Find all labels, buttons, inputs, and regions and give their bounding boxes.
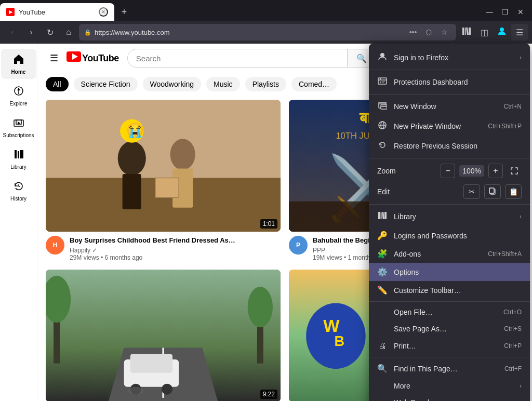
filter-music[interactable]: Music (206, 77, 240, 91)
more-options-button[interactable]: ••• (406, 25, 420, 39)
youtube-sidebar: Home Explore Subscriptions Library Histo… (0, 44, 37, 401)
paste-button[interactable]: 📋 (505, 184, 522, 199)
svg-point-4 (500, 28, 504, 32)
library-menu-label: Library (394, 212, 513, 221)
close-button[interactable]: ✕ (513, 5, 528, 19)
video-1-details: Boy Surprises Childhood Best Friend Dres… (70, 236, 281, 261)
new-window-label: New Window (394, 102, 498, 111)
youtube-logo: YouTube (66, 51, 119, 65)
home-button[interactable]: ⌂ (60, 24, 77, 41)
svg-point-60 (380, 53, 384, 57)
library-button[interactable] (458, 24, 475, 41)
video-card-3[interactable]: 9:22 🚔 Intense High Speed Sheriff Pursui… (46, 270, 281, 401)
tab-close-button[interactable]: × (99, 7, 108, 17)
menu-section-windows: New Window Ctrl+N New Private Window Ctr… (369, 95, 530, 158)
filter-science-fiction[interactable]: Science Fiction (74, 77, 138, 91)
menu-item-addons[interactable]: 🧩 Add-ons Ctrl+Shift+A (369, 245, 530, 263)
menu-item-web-developer[interactable]: Web Developer › (369, 394, 530, 401)
filter-comedy[interactable]: Comed… (291, 77, 337, 91)
svg-rect-69 (381, 105, 387, 109)
menu-section-library: Library › 🔑 Logins and Passwords 🧩 Add-o… (369, 205, 530, 302)
logins-icon: 🔑 (377, 231, 388, 240)
video-1-meta: 29M views • 6 months ago (70, 254, 281, 261)
video-card-1[interactable]: 😭 1:01 H Boy Surprises Childhood Best Fr… (46, 100, 281, 261)
pocket-button[interactable]: ⬡ (422, 25, 435, 39)
addons-shortcut: Ctrl+Shift+A (488, 250, 522, 258)
video-2-avatar: P (289, 236, 308, 255)
filter-playlists[interactable]: Playlists (245, 77, 286, 91)
menu-item-private-window[interactable]: New Private Window Ctrl+Shift+P (369, 116, 530, 136)
youtube-logo-icon (66, 51, 81, 65)
history-icon (13, 180, 24, 194)
sidebar-item-home[interactable]: Home (1, 49, 36, 79)
new-window-icon (377, 101, 388, 112)
web-developer-arrow: › (520, 399, 522, 401)
account-button[interactable] (494, 24, 510, 41)
zoom-out-button[interactable]: − (441, 164, 455, 178)
customize-icon: ✏️ (377, 285, 388, 295)
menu-item-more[interactable]: More › (369, 378, 530, 394)
copy-button[interactable] (484, 184, 501, 199)
menu-item-logins[interactable]: 🔑 Logins and Passwords (369, 226, 530, 245)
navigation-bar: ‹ › ↻ ⌂ 🔒 https://www.youtube.com ••• ⬡ … (0, 21, 532, 44)
new-tab-button[interactable]: + (116, 4, 132, 20)
svg-rect-66 (382, 83, 384, 83)
svg-point-19 (118, 141, 146, 176)
active-tab[interactable]: ▶ YouTube × (0, 3, 114, 21)
reader-view-button[interactable]: ◫ (476, 24, 493, 41)
filter-all[interactable]: All (46, 77, 69, 91)
svg-rect-64 (380, 82, 381, 83)
firefox-menu-button[interactable]: ☰ (511, 24, 528, 41)
svg-rect-10 (15, 150, 17, 158)
sidebar-item-history[interactable]: History (1, 176, 36, 206)
zoom-value: 100% (459, 165, 484, 177)
home-icon (13, 53, 24, 67)
menu-item-library[interactable]: Library › (369, 207, 530, 226)
menu-section-file-ops: Open File… Ctrl+O Save Page As… Ctrl+S 🖨… (369, 302, 530, 357)
sidebar-item-explore[interactable]: Explore (1, 81, 36, 111)
cut-button[interactable]: ✂ (463, 184, 480, 199)
options-label: Options (394, 268, 522, 276)
menu-item-restore-session[interactable]: Restore Previous Session (369, 136, 530, 156)
copy-icon (489, 188, 496, 196)
edit-label: Edit (377, 188, 459, 196)
bookmark-button[interactable]: ☆ (437, 25, 451, 39)
video-1-info: H Boy Surprises Childhood Best Friend Dr… (46, 236, 281, 261)
toolbar-icons: ◫ ☰ (458, 24, 528, 41)
sidebar-item-library[interactable]: Library (1, 144, 36, 174)
sidebar-item-subscriptions[interactable]: Subscriptions (1, 113, 36, 142)
restore-session-label: Restore Previous Session (394, 142, 522, 150)
sidebar-library-label: Library (10, 164, 26, 170)
menu-item-print[interactable]: 🖨 Print… Ctrl+P (369, 337, 530, 355)
menu-item-options[interactable]: ⚙️ Options (369, 263, 530, 281)
library-sidebar-icon (13, 149, 24, 162)
tab-bar: ▶ YouTube × + — ❐ ✕ (0, 0, 532, 21)
minimize-button[interactable]: — (482, 5, 497, 19)
svg-rect-77 (378, 212, 380, 219)
menu-item-signin[interactable]: Sign in to Firefox › (369, 48, 530, 68)
signin-arrow: › (520, 54, 522, 61)
filter-woodworking[interactable]: Woodworking (143, 77, 202, 91)
menu-item-new-window[interactable]: New Window Ctrl+N (369, 97, 530, 116)
svg-rect-78 (381, 212, 382, 219)
menu-item-find[interactable]: 🔍 Find in This Page… Ctrl+F (369, 359, 530, 378)
refresh-button[interactable]: ↻ (42, 24, 58, 41)
web-developer-label: Web Developer (394, 398, 513, 401)
maximize-button[interactable]: ❐ (498, 5, 512, 19)
hamburger-button[interactable]: ☰ (46, 48, 62, 68)
menu-item-save-page[interactable]: Save Page As… Ctrl+S (369, 320, 530, 337)
search-input[interactable] (128, 54, 347, 63)
zoom-fullscreen-button[interactable] (507, 164, 522, 178)
menu-item-customize[interactable]: ✏️ Customize Toolbar… (369, 281, 530, 299)
find-shortcut: Ctrl+F (504, 365, 522, 372)
forward-button[interactable]: › (23, 24, 39, 41)
address-bar[interactable]: 🔒 https://www.youtube.com ••• ⬡ ☆ (79, 24, 456, 41)
protections-label: Protections Dashboard (394, 78, 522, 86)
back-button[interactable]: ‹ (4, 24, 21, 41)
menu-item-protections[interactable]: Protections Dashboard (369, 72, 530, 92)
search-bar[interactable]: 🔍 (127, 49, 377, 68)
svg-rect-79 (382, 212, 384, 219)
zoom-in-button[interactable]: + (488, 164, 503, 178)
video-3-duration: 9:22 (260, 390, 277, 399)
menu-item-open-file[interactable]: Open File… Ctrl+O (369, 304, 530, 320)
